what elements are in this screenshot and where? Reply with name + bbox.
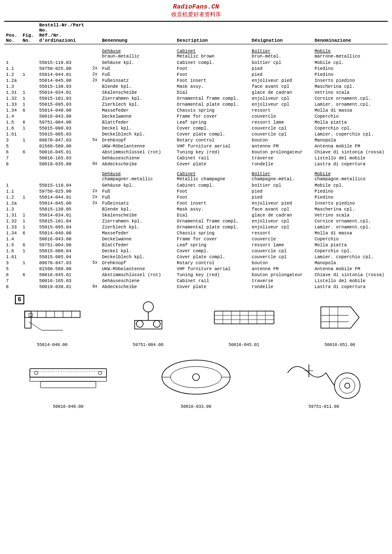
cell-description: Cabinet compl. (175, 60, 250, 66)
cell-denominazione: Manopola (313, 260, 388, 266)
cell-denominazione: Molla piatta (313, 242, 388, 248)
cell-denominazione: Listello del mobile (313, 278, 388, 284)
image-label-5: 50016-040.00 (53, 404, 84, 409)
table-row: 1.2a 55014-045.00 2x Fußeinsatz Foot ins… (4, 78, 388, 84)
table-row: 1.34 6 55014-040.00 Massefeder Chassis s… (4, 107, 388, 113)
svg-point-12 (153, 320, 160, 327)
cell-benennung: Fuß (100, 72, 175, 78)
table-row: 5 01560-580.00 UKW-Möbelantenne VHF furn… (4, 266, 388, 272)
cell-qty (91, 101, 101, 107)
cell-denominazione: Manopola (313, 137, 388, 143)
cell-part: 55015-095.03 (37, 101, 91, 107)
table-row: 1 55015-110.04 Gehäuse kpl. Cabinet comp… (4, 182, 388, 188)
cell-fig: 1 (21, 137, 37, 143)
cell-denominazione: Coperchio (313, 236, 388, 242)
table-row: 8 50019-035.00 9x Abdeckscheibe Cover pl… (4, 161, 388, 167)
table-row: 1.6 1 55015-080.04 Deckel kpl. Cover com… (4, 248, 388, 254)
cell-pos: 1.2 (4, 72, 21, 78)
section1-benennung: Gehäuse (102, 49, 121, 54)
cell-description: Foot (175, 194, 250, 200)
cell-benennung: Fuß (100, 188, 175, 194)
cell-description: Ornamental frame compl. (175, 95, 250, 101)
cell-designation: ressort lame (250, 242, 313, 248)
cell-pos: 8 (4, 161, 21, 167)
cell-description: Foot insert (175, 78, 250, 84)
site-title-en: RadioFans.CN (4, 3, 388, 11)
cell-fig: 1 (21, 212, 37, 218)
cell-description: Cover compl. (175, 248, 250, 254)
cell-part: 55015-101.04 (37, 218, 91, 224)
svg-rect-4 (29, 313, 32, 317)
cell-part: 55015-130.03 (37, 84, 91, 89)
cell-fig: 1 (21, 248, 37, 254)
cell-pos: 1.6 (4, 248, 21, 254)
cell-benennung: Blattfeder (100, 242, 175, 248)
cell-designation: antenne FM (250, 143, 313, 149)
image-label-6: 50016-033.00 (181, 404, 211, 409)
cell-part: 55014-045.00 (37, 200, 91, 206)
cell-benennung: Blende kpl. (100, 206, 175, 212)
cell-designation: enjoliveur cpl (250, 218, 313, 224)
cell-benennung: Gehäuse kpl. (100, 60, 175, 66)
cell-part: 55015-085.04 (37, 254, 91, 260)
cell-benennung: Gehäuse kpl. (100, 182, 175, 188)
cell-part: 01560-580.00 (37, 143, 91, 149)
cell-benennung: Drehknopf (100, 137, 175, 143)
cell-denominazione: Chiave di sintonia (rossa) (313, 272, 388, 278)
cell-designation: ressort lame (250, 119, 313, 125)
cell-designation: enjoliveur pied (250, 78, 313, 84)
cell-benennung: Gehäuseschiene (100, 278, 175, 284)
cell-fig: 6 (21, 119, 37, 125)
image-block-1: 6 55014-040.00 (14, 294, 91, 347)
cell-denominazione: Chiave di sintonia (rossa) (313, 149, 388, 155)
cell-benennung: Fußeinsatz (100, 78, 175, 84)
cell-qty (91, 182, 101, 188)
table-row: 1.2 1 55014-044.01 2x Fuß Foot pied Pied… (4, 194, 388, 200)
cell-benennung: Abstimmschlüssel (rot) (100, 272, 175, 278)
cell-fig: 1 (21, 89, 37, 95)
cell-fig (21, 66, 37, 72)
section1-benennung2: braun-metallic (102, 54, 139, 59)
cell-description: Foot (175, 72, 250, 78)
cell-designation: traverse (250, 155, 313, 161)
cell-part: 55014-034.01 (37, 89, 91, 95)
cell-qty (91, 84, 101, 89)
cell-benennung: Skalenscheibe (100, 212, 175, 218)
table-row: 1.61 55015-085.03 Deckelblech kpl. Cover… (4, 131, 388, 137)
cell-designation: pied (250, 72, 313, 78)
section1-denominazione: Mobile (314, 49, 331, 54)
cell-fig: 6 (21, 272, 37, 278)
header-fig: Fig.No. (21, 21, 37, 44)
page: RadioFans.CN 收音机爱好者资料库 Pos.No. Fig.No. B… (0, 0, 392, 413)
table-row: 1.4 50016-043.00 Deckelwanne Frame for c… (4, 113, 388, 119)
cell-qty (91, 212, 101, 218)
cell-benennung: Zierrahmen kpl. (100, 95, 175, 101)
svg-point-35 (170, 366, 222, 388)
cell-part: 55015-080.03 (37, 125, 91, 131)
table-row: 1.2a 55014-045.00 2x Fußeinsatz Foot ins… (4, 200, 388, 206)
image-7 (281, 352, 366, 403)
cell-pos: 1.61 (4, 254, 21, 260)
cell-pos: 1.1 (4, 66, 21, 72)
table-row: 1.1 59750-025.00 2x Fuß Foot pied Piedin… (4, 188, 388, 194)
cell-pos: 5 (4, 266, 21, 272)
cell-designation: glace de cadran (250, 89, 313, 95)
cell-pos: 1.4 (4, 236, 21, 242)
cell-description: Rotary control (175, 260, 250, 266)
cell-benennung: Drehknopf (100, 260, 175, 266)
cell-designation: couvercle cpl (250, 248, 313, 254)
cell-pos: 1 (4, 182, 21, 188)
cell-part: 50016-043.00 (37, 113, 91, 119)
table-row: 1.61 55015-085.04 Deckelblech kpl. Cover… (4, 254, 388, 260)
cell-designation: couvercle cpl (250, 131, 313, 137)
section2-header: Gehäuse champagner-metallic Cabinet Meta… (4, 167, 388, 182)
cell-denominazione: Piedino (313, 72, 388, 78)
table-row: 5 01560-580.00 UKW-Möbelantenne VHF furn… (4, 143, 388, 149)
cell-description: Leaf spring (175, 242, 250, 248)
section1-header: Gehäuse braun-metallic Cabinet Metallic … (4, 44, 388, 60)
cell-qty (91, 143, 101, 149)
cell-part: 50016-043.00 (37, 236, 91, 242)
cell-description: Cabinet compl. (175, 182, 250, 188)
cell-denominazione: Antenna mobile FM (313, 143, 388, 149)
cell-designation: ressort (250, 107, 313, 113)
